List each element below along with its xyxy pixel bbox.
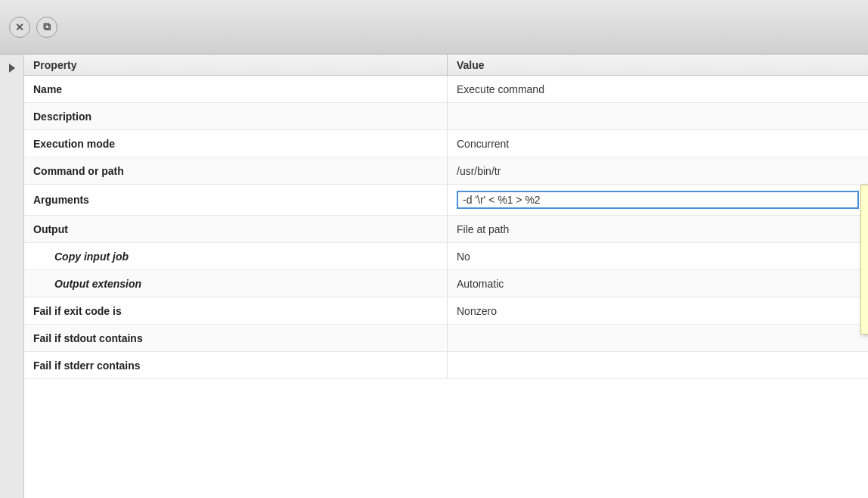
property-label: Fail if exit code is: [24, 297, 448, 324]
cell-value: Nonzero: [448, 297, 868, 324]
property-label: Name: [24, 76, 448, 102]
cell-value: [448, 352, 868, 378]
table-row: Fail if stdout contains: [24, 325, 868, 352]
property-column-header: Property: [24, 54, 448, 75]
table-header: Property Value: [24, 54, 868, 76]
property-label: Execution mode: [24, 130, 448, 157]
properties-table: Property Value Name Execute command Desc…: [24, 54, 868, 498]
copy-icon: ⧉: [43, 20, 51, 33]
table-row: Fail if stderr contains: [24, 352, 868, 379]
property-label-indented: Output extension: [24, 270, 448, 297]
value-column-header: Value: [448, 54, 868, 75]
cell-value: File at path: [448, 216, 868, 242]
table-row: Output File at path: [24, 216, 868, 243]
expand-triangle-icon[interactable]: [9, 64, 15, 73]
cell-value: Automatic: [448, 270, 868, 297]
arguments-input[interactable]: [457, 191, 859, 209]
property-label: Description: [24, 103, 448, 129]
property-label: Arguments: [24, 185, 448, 215]
table-row: Description: [24, 103, 868, 130]
property-label: Fail if stderr contains: [24, 352, 448, 378]
arguments-tooltip: The remade i– %1: th– %2: tyet exi– %3: …: [860, 185, 868, 335]
cell-value: [448, 325, 868, 351]
property-label-indented: Copy input job: [24, 243, 448, 269]
cell-value: [448, 103, 868, 129]
copy-button[interactable]: ⧉: [36, 17, 57, 38]
cell-value: Execute command: [448, 76, 868, 102]
close-button[interactable]: ✕: [9, 17, 30, 38]
table-row: Execution mode Concurrent: [24, 130, 868, 157]
left-gutter: [0, 54, 24, 498]
cell-value: No: [448, 243, 868, 269]
table-row: Copy input job No: [24, 243, 868, 270]
property-label: Command or path: [24, 157, 448, 184]
cell-value: Concurrent: [448, 130, 868, 157]
main-content: Property Value Name Execute command Desc…: [0, 54, 868, 498]
table-row: Fail if exit code is Nonzero: [24, 297, 868, 325]
arguments-cell: The remade i– %1: th– %2: tyet exi– %3: …: [448, 185, 868, 215]
close-icon: ✕: [15, 21, 24, 33]
cell-value: /usr/bin/tr: [448, 157, 868, 184]
titlebar: ✕ ⧉: [0, 0, 868, 54]
property-label: Output: [24, 216, 448, 242]
property-label: Fail if stdout contains: [24, 325, 448, 351]
table-row: Output extension Automatic: [24, 270, 868, 297]
table-row-arguments: Arguments The remade i– %1: th– %2: tyet…: [24, 185, 868, 216]
table-body: Name Execute command Description Executi…: [24, 76, 868, 498]
table-row: Command or path /usr/bin/tr: [24, 157, 868, 185]
table-row: Name Execute command: [24, 76, 868, 103]
